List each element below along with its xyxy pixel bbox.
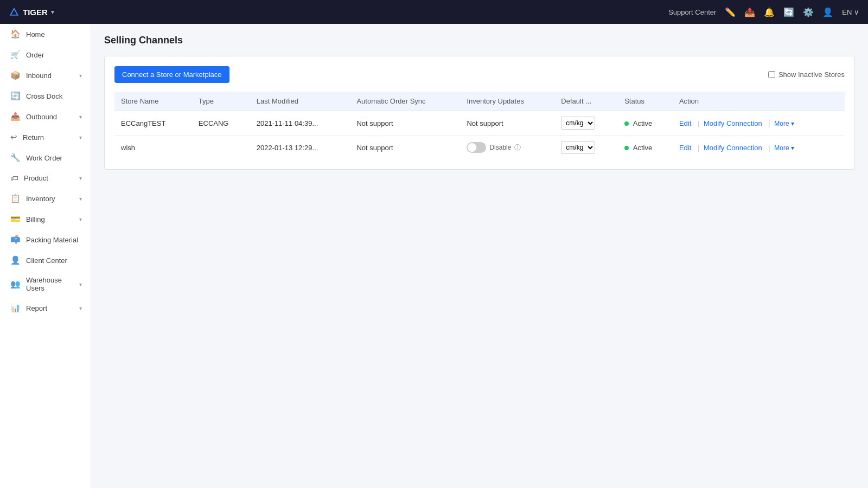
default-unit-select-2[interactable]: cm/kg in/lb	[561, 141, 595, 154]
billing-icon: 💳	[10, 214, 21, 224]
refresh-icon[interactable]: 🔄	[783, 7, 794, 17]
packingmaterial-icon: 📫	[10, 235, 21, 245]
cell-last-modified: 2022-01-13 12:29...	[250, 136, 350, 160]
info-icon[interactable]: ⓘ	[514, 143, 521, 152]
selling-channels-card: Connect a Store or Marketplace Show Inac…	[104, 56, 855, 170]
outbound-chevron: ▾	[79, 114, 82, 120]
order-icon: 🛒	[10, 50, 21, 60]
sidebar-item-inbound[interactable]: 📦 Inbound ▾	[0, 65, 91, 86]
sidebar-item-billing[interactable]: 💳 Billing ▾	[0, 209, 91, 229]
inventory-toggle[interactable]	[467, 142, 486, 153]
billing-chevron: ▾	[79, 216, 82, 222]
user-icon[interactable]: 👤	[822, 7, 833, 17]
sidebar-item-outbound[interactable]: 📤 Outbound ▾	[0, 106, 91, 127]
status-label: Active	[633, 119, 652, 127]
sidebar-item-report[interactable]: 📊 Report ▾	[0, 298, 91, 318]
language-selector[interactable]: EN ∨	[842, 8, 859, 16]
connect-store-button[interactable]: Connect a Store or Marketplace	[114, 66, 229, 83]
sidebar-item-warehouseusers[interactable]: 👥 Warehouse Users ▾	[0, 271, 91, 298]
sidebar-label-inventory: Inventory	[26, 195, 74, 203]
sidebar-label-packingmaterial: Packing Material	[26, 236, 82, 244]
cell-store-name: wish	[114, 136, 192, 160]
table-row: ECCangTEST ECCANG 2021-11-11 04:39... No…	[114, 111, 845, 136]
sidebar-label-billing: Billing	[26, 215, 74, 223]
show-inactive-checkbox[interactable]	[768, 71, 775, 78]
product-chevron: ▾	[79, 175, 82, 181]
cell-type	[192, 136, 250, 160]
report-chevron: ▾	[79, 305, 82, 311]
sidebar-label-clientcenter: Client Center	[26, 256, 82, 265]
return-icon: ↩	[10, 132, 17, 142]
sidebar-label-warehouseusers: Warehouse Users	[26, 276, 74, 292]
edit-icon[interactable]: ✏️	[725, 7, 736, 17]
table-body: ECCangTEST ECCANG 2021-11-11 04:39... No…	[114, 111, 845, 160]
cell-default-unit: cm/kg in/lb	[554, 136, 618, 160]
col-action: Action	[673, 92, 845, 111]
cell-last-modified: 2021-11-11 04:39...	[250, 111, 350, 136]
sidebar-item-home[interactable]: 🏠 Home	[0, 24, 91, 44]
crossdock-icon: 🔄	[10, 91, 21, 101]
clientcenter-icon: 👤	[10, 255, 21, 265]
warehouseusers-icon: 👥	[10, 279, 21, 289]
brand-logo[interactable]: TIGER ▾	[9, 7, 54, 17]
sidebar-label-product: Product	[24, 174, 74, 182]
default-unit-select[interactable]: cm/kg in/lb	[561, 117, 595, 130]
cell-type: ECCANG	[192, 111, 250, 136]
col-default: Default ...	[554, 92, 618, 111]
sidebar-item-clientcenter[interactable]: 👤 Client Center	[0, 250, 91, 271]
show-inactive-label[interactable]: Show Inactive Stores	[778, 70, 845, 79]
sidebar-item-packingmaterial[interactable]: 📫 Packing Material	[0, 229, 91, 250]
col-inventory-updates: Inventory Updates	[460, 92, 554, 111]
top-navigation: TIGER ▾ Support Center ✏️ 📤 🔔 🔄 ⚙️ 👤 EN …	[0, 0, 868, 24]
sidebar-item-workorder[interactable]: 🔧 Work Order	[0, 147, 91, 168]
cell-auto-order-sync: Not support	[350, 136, 460, 160]
more-link-2[interactable]: More ▾	[774, 144, 794, 152]
sidebar-item-product[interactable]: 🏷 Product ▾	[0, 168, 91, 188]
export-icon[interactable]: 📤	[744, 7, 755, 17]
sidebar-label-outbound: Outbound	[26, 113, 74, 121]
report-icon: 📊	[10, 303, 21, 313]
cell-action: Edit | Modify Connection | More ▾	[673, 111, 845, 136]
modify-connection-link-2[interactable]: Modify Connection	[704, 144, 762, 152]
settings-icon[interactable]: ⚙️	[803, 7, 814, 17]
more-link[interactable]: More ▾	[774, 120, 794, 127]
sidebar-item-inventory[interactable]: 📋 Inventory ▾	[0, 188, 91, 209]
toggle-label: Disable	[489, 144, 511, 151]
modify-connection-link[interactable]: Modify Connection	[704, 119, 762, 127]
support-center-link[interactable]: Support Center	[668, 8, 716, 16]
return-chevron: ▾	[79, 134, 82, 140]
inbound-chevron: ▾	[79, 73, 82, 79]
brand-icon	[9, 7, 20, 17]
main-content: Selling Channels Connect a Store or Mark…	[91, 24, 868, 488]
sidebar-item-order[interactable]: 🛒 Order	[0, 44, 91, 65]
cell-status: Active	[618, 136, 673, 160]
cell-default-unit: cm/kg in/lb	[554, 111, 618, 136]
edit-link[interactable]: Edit	[679, 119, 691, 127]
sidebar-label-order: Order	[26, 51, 82, 59]
notification-icon[interactable]: 🔔	[764, 7, 775, 17]
sidebar-item-crossdock[interactable]: 🔄 Cross Dock	[0, 86, 91, 106]
action-divider-3: |	[698, 144, 699, 152]
sidebar-item-return[interactable]: ↩ Return ▾	[0, 127, 91, 147]
selling-channels-table: Store Name Type Last Modified Automatic …	[114, 92, 845, 159]
sidebar: 🏠 Home 🛒 Order 📦 Inbound ▾ 🔄 Cross Dock …	[0, 24, 91, 488]
topnav-right: Support Center ✏️ 📤 🔔 🔄 ⚙️ 👤 EN ∨	[668, 7, 859, 17]
sidebar-label-workorder: Work Order	[26, 154, 82, 162]
edit-link-2[interactable]: Edit	[679, 144, 691, 152]
workorder-icon: 🔧	[10, 153, 21, 163]
cell-auto-order-sync: Not support	[350, 111, 460, 136]
inbound-icon: 📦	[10, 70, 21, 80]
cell-inventory-updates: Not support	[460, 111, 554, 136]
sidebar-label-crossdock: Cross Dock	[26, 92, 82, 100]
home-icon: 🏠	[10, 29, 21, 39]
page-title: Selling Channels	[104, 35, 855, 46]
cell-inventory-updates: Disable ⓘ	[460, 136, 554, 160]
col-auto-order-sync: Automatic Order Sync	[350, 92, 460, 111]
table-header: Store Name Type Last Modified Automatic …	[114, 92, 845, 111]
sidebar-label-return: Return	[23, 133, 74, 142]
product-icon: 🏷	[10, 174, 18, 183]
brand-caret: ▾	[51, 9, 54, 16]
sidebar-label-inbound: Inbound	[26, 72, 74, 80]
status-label-2: Active	[633, 144, 652, 152]
toolbar: Connect a Store or Marketplace Show Inac…	[114, 66, 845, 83]
